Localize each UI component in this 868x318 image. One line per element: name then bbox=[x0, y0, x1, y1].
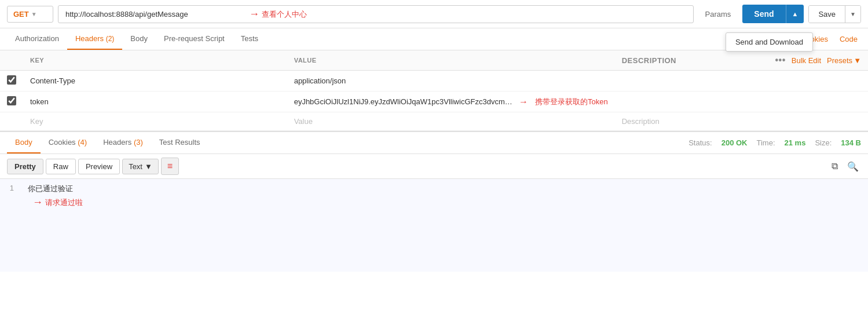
send-button[interactable]: Send bbox=[742, 5, 785, 23]
row3-checkbox-cell bbox=[0, 112, 23, 131]
th-checkbox bbox=[0, 50, 23, 71]
table-row: Key Value Description bbox=[0, 112, 868, 131]
method-chevron-icon: ▼ bbox=[31, 11, 37, 17]
send-button-group: Send ▲ bbox=[742, 5, 804, 23]
row2-key[interactable]: token bbox=[23, 92, 287, 112]
send-dropdown-button[interactable]: ▲ bbox=[786, 5, 804, 23]
save-dropdown-button[interactable]: ▼ bbox=[845, 6, 860, 23]
row2-description[interactable] bbox=[615, 92, 868, 112]
time-value: 21 ms bbox=[785, 138, 806, 147]
bulk-edit-button[interactable]: Bulk Edit bbox=[792, 56, 821, 65]
headers-table: KEY VALUE DESCRIPTION ••• Bulk Edit Pres… bbox=[0, 50, 868, 131]
row3-description[interactable]: Description bbox=[615, 112, 868, 131]
toolbar-right-icons: ⧉ 🔍 bbox=[829, 159, 861, 174]
row1-key[interactable]: Content-Type bbox=[23, 71, 287, 92]
presets-chevron-icon: ▼ bbox=[854, 56, 861, 65]
method-select[interactable]: GET ▼ bbox=[7, 6, 53, 23]
search-icon[interactable]: 🔍 bbox=[845, 159, 861, 174]
response-body: 1 你已通过验证 → 请求通过啦 bbox=[0, 179, 868, 272]
status-value: 200 OK bbox=[721, 138, 748, 147]
copy-icon[interactable]: ⧉ bbox=[829, 159, 840, 174]
th-key: KEY bbox=[23, 50, 287, 71]
token-annotation: 携带登录获取的Token bbox=[535, 97, 608, 107]
pretty-button[interactable]: Pretty bbox=[7, 159, 43, 174]
line-numbers: 1 bbox=[0, 179, 21, 272]
token-arrow-icon: → bbox=[519, 97, 528, 107]
row1-description[interactable] bbox=[615, 71, 868, 92]
top-bar: GET ▼ → 查看个人中心 Params Send ▲ Save ▼ Send… bbox=[0, 0, 868, 28]
size-value: 134 B bbox=[841, 138, 861, 147]
row1-checkbox[interactable] bbox=[7, 75, 16, 85]
response-tab-body[interactable]: Body bbox=[7, 132, 41, 153]
response-text: 你已通过验证 bbox=[28, 184, 73, 194]
response-status-bar: Status: 200 OK Time: 21 ms Size: 134 B bbox=[688, 138, 861, 147]
send-download-dropdown[interactable]: Send and Download bbox=[726, 32, 813, 52]
presets-button[interactable]: Presets ▼ bbox=[827, 56, 861, 65]
tab-tests[interactable]: Tests bbox=[233, 28, 266, 50]
response-tabs: Body Cookies (4) Headers (3) Test Result… bbox=[0, 132, 868, 154]
row2-value[interactable]: eyJhbGciOiJlUzl1NiJ9.eyJzdWliOiJqaW1pc3V… bbox=[287, 92, 615, 112]
save-button-group: Save ▼ bbox=[808, 5, 861, 23]
time-label: Time: bbox=[756, 138, 775, 147]
preview-button[interactable]: Preview bbox=[78, 159, 120, 174]
size-label: Size: bbox=[815, 138, 832, 147]
tab-body[interactable]: Body bbox=[122, 28, 156, 50]
th-description: DESCRIPTION ••• Bulk Edit Presets ▼ bbox=[615, 50, 868, 71]
tab-authorization[interactable]: Authorization bbox=[7, 28, 67, 50]
tab-pre-request[interactable]: Pre-request Script bbox=[156, 28, 233, 50]
row1-checkbox-cell[interactable] bbox=[0, 71, 23, 92]
raw-button[interactable]: Raw bbox=[46, 159, 76, 174]
row1-value[interactable]: application/json bbox=[287, 71, 615, 92]
status-label: Status: bbox=[688, 138, 712, 147]
row2-checkbox[interactable] bbox=[7, 96, 16, 105]
method-label: GET bbox=[13, 10, 29, 19]
response-section: Body Cookies (4) Headers (3) Test Result… bbox=[0, 131, 868, 272]
params-button[interactable]: Params bbox=[698, 6, 738, 22]
more-dots-icon[interactable]: ••• bbox=[775, 55, 785, 65]
table-row: Content-Type application/json bbox=[0, 71, 868, 92]
tab-headers[interactable]: Headers (2) bbox=[67, 28, 122, 50]
code-link[interactable]: Code bbox=[836, 29, 861, 49]
response-tab-headers[interactable]: Headers (3) bbox=[95, 132, 151, 153]
response-tab-cookies[interactable]: Cookies (4) bbox=[41, 132, 95, 153]
save-button[interactable]: Save bbox=[809, 6, 845, 23]
wrap-button[interactable]: ≡ bbox=[161, 158, 179, 175]
response-toolbar: Pretty Raw Preview Text ▼ ≡ ⧉ 🔍 bbox=[0, 154, 868, 179]
table-row: token eyJhbGciOiJlUzl1NiJ9.eyJzdWliOiJqa… bbox=[0, 92, 868, 112]
response-content: 你已通过验证 → 请求通过啦 bbox=[21, 179, 868, 272]
response-tab-test-results[interactable]: Test Results bbox=[151, 132, 208, 153]
text-chevron-icon: ▼ bbox=[145, 162, 152, 171]
text-format-select[interactable]: Text ▼ bbox=[122, 159, 159, 174]
th-value: VALUE bbox=[287, 50, 615, 71]
response-annotation: → 请求通过啦 bbox=[32, 196, 861, 209]
url-input[interactable] bbox=[58, 5, 694, 23]
row3-key[interactable]: Key bbox=[23, 112, 287, 131]
row3-value[interactable]: Value bbox=[287, 112, 615, 131]
row2-checkbox-cell[interactable] bbox=[0, 92, 23, 112]
